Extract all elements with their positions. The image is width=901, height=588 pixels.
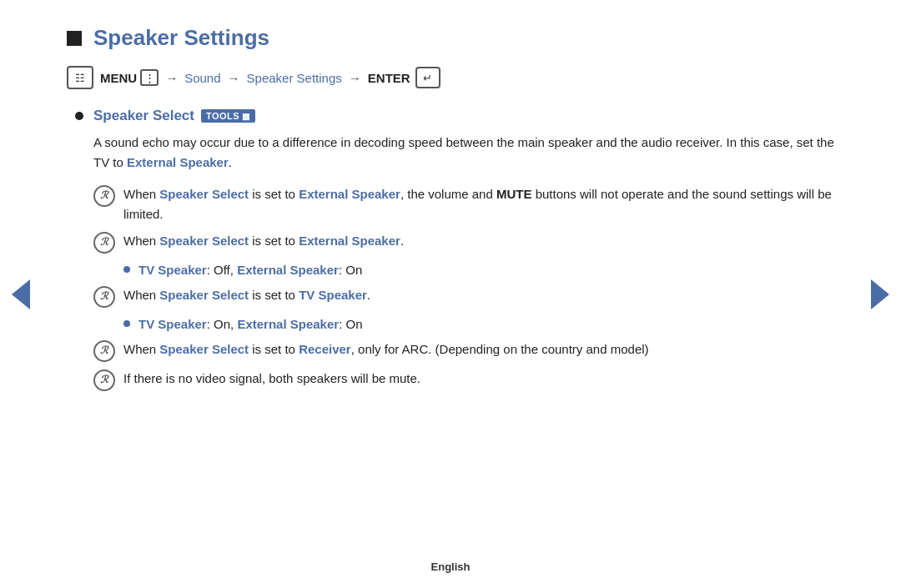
footer: English	[0, 560, 901, 573]
body-text-period: .	[229, 155, 232, 169]
menu-grid-icon: ⋮	[140, 69, 159, 86]
note-text-2: When Speaker Select is set to External S…	[123, 231, 834, 251]
enter-icon: ↵	[415, 67, 440, 88]
nav-enter-label: ENTER	[368, 71, 410, 85]
title-row: Speaker Settings	[67, 25, 834, 51]
note1-link2: External Speaker	[299, 187, 400, 201]
footer-text: English	[431, 560, 471, 573]
note-text-3: When Speaker Select is set to TV Speaker…	[123, 285, 834, 305]
sub2-text2: : On	[339, 317, 362, 331]
sub1-text1: : Off,	[207, 263, 237, 277]
sub2-text1: : On,	[207, 317, 238, 331]
note-icon-4: ℛ	[93, 340, 115, 362]
note1-link1: Speaker Select	[159, 187, 249, 201]
note-text-4: When Speaker Select is set to Receiver, …	[123, 339, 834, 359]
body-text-external-speaker: External Speaker	[127, 155, 229, 169]
note-item-5: ℛ If there is no video signal, both spea…	[75, 369, 834, 391]
note4-link2: Receiver	[299, 342, 351, 356]
sub1-ext-speaker: External Speaker	[237, 263, 339, 277]
page-container: Speaker Settings ☷ MENU ⋮ → Sound → Spea…	[0, 0, 901, 588]
note-item-4: ℛ When Speaker Select is set to Receiver…	[75, 339, 834, 362]
nav-arrow-1: →	[165, 71, 178, 85]
sub-bullet-2: TV Speaker: On, External Speaker: On	[75, 314, 834, 334]
sub-bullet-dot-2	[123, 320, 130, 327]
note-item-1: ℛ When Speaker Select is set to External…	[75, 184, 834, 224]
tools-badge: TOOLS ▩	[201, 109, 255, 123]
note-text-5: If there is no video signal, both speake…	[123, 369, 834, 389]
menu-icon: ☷	[67, 66, 93, 89]
note3-link1: Speaker Select	[159, 288, 249, 302]
sub-bullet-text-1: TV Speaker: Off, External Speaker: On	[138, 260, 362, 280]
note-icon-3: ℛ	[93, 286, 115, 308]
note1-mute: MUTE	[496, 187, 532, 201]
menu-label: MENU	[100, 71, 137, 85]
bullet-dot	[75, 112, 83, 120]
sub-bullet-1: TV Speaker: Off, External Speaker: On	[75, 260, 834, 280]
sub-bullet-text-2: TV Speaker: On, External Speaker: On	[138, 314, 363, 334]
sub1-tv-speaker: TV Speaker	[138, 263, 207, 277]
note4-link1: Speaker Select	[159, 342, 249, 356]
menu-path: ☷ MENU ⋮ → Sound → Speaker Settings → EN…	[67, 66, 834, 89]
speaker-select-row: Speaker Select TOOLS ▩	[75, 108, 834, 124]
sub1-text2: : On	[339, 263, 362, 277]
note-item-3: ℛ When Speaker Select is set to TV Speak…	[75, 285, 834, 308]
note-icon-2: ℛ	[93, 232, 115, 254]
nav-arrow-2: →	[228, 71, 240, 85]
tools-badge-text: TOOLS	[206, 111, 239, 121]
note-icon-5: ℛ	[93, 369, 115, 391]
note-icon-1: ℛ	[93, 185, 115, 207]
note-text-1: When Speaker Select is set to External S…	[123, 184, 834, 224]
sub2-ext-speaker: External Speaker	[237, 317, 339, 331]
note-item-2: ℛ When Speaker Select is set to External…	[75, 231, 834, 254]
title-square-icon	[67, 31, 82, 46]
nav-arrow-3: →	[349, 71, 361, 85]
speaker-select-label: Speaker Select	[93, 108, 194, 124]
nav-sound: Sound	[184, 71, 220, 85]
tools-badge-icon: ▩	[242, 112, 250, 121]
nav-speaker-settings: Speaker Settings	[247, 71, 342, 85]
note2-link1: Speaker Select	[159, 234, 249, 248]
sub-bullet-dot-1	[123, 266, 130, 273]
page-title: Speaker Settings	[93, 25, 269, 51]
body-text: A sound echo may occur due to a differen…	[75, 133, 834, 173]
content-section: Speaker Select TOOLS ▩ A sound echo may …	[67, 108, 834, 391]
note3-link2: TV Speaker	[299, 288, 367, 302]
sub2-tv-speaker: TV Speaker	[138, 317, 207, 331]
note2-link2: External Speaker	[299, 234, 400, 248]
